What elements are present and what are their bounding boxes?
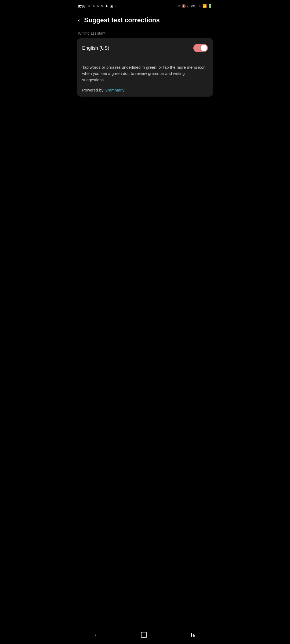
battery-icon: 🔋 xyxy=(208,4,212,8)
status-left: 8:38 ✳ 𝕏 𝕏 M ♟ ▣ • xyxy=(78,4,116,8)
powered-by: Powered by Grammarly xyxy=(82,88,208,92)
language-toggle-row: English (US) xyxy=(77,38,213,58)
status-app-icons: ✳ 𝕏 𝕏 M ♟ ▣ • xyxy=(88,4,116,8)
toggle-thumb xyxy=(201,45,207,51)
status-right-icons: ⊕ 🔇 ↑↓ VoLTE R 📶 🔋 xyxy=(177,4,212,8)
main-content: Writing assistant English (US) Tap words… xyxy=(73,28,218,101)
nav-recents-icon xyxy=(191,633,195,637)
mute-icon: 🔇 xyxy=(182,4,186,8)
toggle-track xyxy=(193,44,208,52)
network-icon: ↑↓ xyxy=(187,5,190,8)
status-time: 8:38 xyxy=(78,4,85,8)
description-block: Tap words or phrases underlined in green… xyxy=(77,58,213,97)
bluetooth-icon: ⊕ xyxy=(177,4,180,8)
nav-recent-bar-3 xyxy=(194,635,195,637)
signal-icon: 📶 xyxy=(202,4,207,8)
back-button[interactable]: ‹ xyxy=(77,16,81,24)
section-label: Writing assistant xyxy=(77,31,213,35)
toolbar: ‹ Suggest text corrections xyxy=(73,11,218,28)
status-bar: 8:38 ✳ 𝕏 𝕏 M ♟ ▣ • ⊕ 🔇 ↑↓ VoLTE R 📶 🔋 xyxy=(73,0,218,11)
nav-bar: ‹ xyxy=(73,628,218,644)
nav-recent-bar-1 xyxy=(191,633,192,637)
toggle-label: English (US) xyxy=(82,45,109,51)
nav-back-button[interactable]: ‹ xyxy=(89,630,102,640)
settings-card: English (US) Tap words or phrases underl… xyxy=(77,38,213,97)
nav-back-icon: ‹ xyxy=(95,632,97,638)
nav-recent-bar-2 xyxy=(193,634,194,637)
nav-recents-button[interactable] xyxy=(186,631,201,639)
description-text: Tap words or phrases underlined in green… xyxy=(82,64,208,83)
nav-home-icon xyxy=(141,632,147,638)
powered-by-prefix: Powered by xyxy=(82,88,104,92)
english-us-toggle[interactable] xyxy=(193,44,208,52)
grammarly-link[interactable]: Grammarly xyxy=(104,88,124,92)
nav-home-button[interactable] xyxy=(136,630,152,640)
volte-icon: VoLTE R xyxy=(191,5,201,8)
page-title: Suggest text corrections xyxy=(84,16,160,24)
